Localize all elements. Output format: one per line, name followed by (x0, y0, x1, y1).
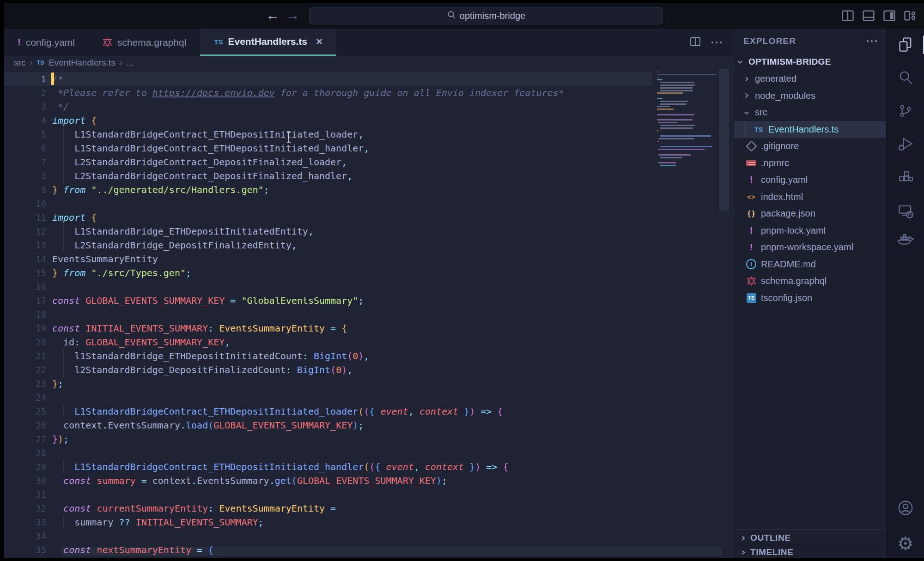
tree-item-schema.graphql[interactable]: schema.graphql (734, 273, 886, 290)
code-line-content[interactable]: ...currentSummaryEntity, (46, 557, 208, 558)
command-center-search[interactable]: optimism-bridge (309, 7, 663, 24)
activity-docker-icon[interactable] (895, 229, 916, 249)
vertical-scrollbar[interactable] (719, 69, 729, 211)
minimap[interactable] (656, 69, 718, 245)
code-line-content[interactable]: }); (46, 432, 69, 446)
code-line-content[interactable]: const INITIAL_EVENTS_SUMMARY: EventsSumm… (46, 321, 347, 335)
tree-item-.npmrc[interactable]: .npmrc (734, 155, 886, 172)
code-line-content[interactable] (46, 308, 52, 321)
code-editor[interactable]: 1/*2 *Please refer to https://docs.envio… (4, 69, 734, 558)
activity-extensions-icon[interactable] (895, 168, 916, 188)
code-line-content[interactable]: L2StandardBridgeContract_DepositFinalize… (46, 169, 353, 183)
customize-layout-icon[interactable] (903, 8, 918, 23)
code-line-content[interactable]: L1StandardBridgeContract_ETHDepositIniti… (46, 127, 364, 141)
navigate-back-icon[interactable]: ← (264, 7, 281, 23)
code-line-content[interactable]: summary ?? INITIAL_EVENTS_SUMMARY; (46, 515, 264, 529)
code-line-content[interactable]: L2StandardBridge_DepositFinalizedEntity, (46, 238, 297, 252)
tree-item-generated[interactable]: generated (734, 71, 886, 88)
tree-item-node_modules[interactable]: node_modules (734, 87, 886, 104)
explorer-more-actions-icon[interactable] (867, 40, 877, 42)
line-number: 17 (4, 294, 46, 308)
horizontal-scrollbar[interactable] (61, 547, 722, 556)
toggle-secondary-sidebar-icon[interactable] (882, 8, 897, 23)
indent-guide (63, 515, 64, 529)
toggle-panel-icon[interactable] (861, 8, 876, 23)
code-line-content[interactable]: L1StandardBridgeContract_ETHDepositIniti… (46, 141, 369, 155)
breadcrumb-more[interactable]: ... (127, 58, 134, 68)
activity-run-debug-icon[interactable] (895, 133, 916, 154)
close-tab-icon[interactable]: × (316, 35, 322, 48)
gitignore-file-icon (746, 141, 757, 152)
indent-guide (63, 349, 64, 363)
code-line-content[interactable]: L2StandardBridgeContract_DepositFinalize… (46, 155, 347, 169)
minimap-line (657, 109, 674, 110)
code-line-content[interactable]: } from "../generated/src/Handlers.gen"; (46, 183, 269, 197)
minimap-line (657, 92, 683, 94)
activity-search-icon[interactable] (895, 67, 916, 88)
code-line-content[interactable]: /* (46, 72, 63, 86)
tree-item-package.json[interactable]: { }package.json (734, 205, 886, 223)
activity-settings-icon[interactable]: ⚙ (895, 533, 916, 554)
code-line-content[interactable]: L1StandardBridge_ETHDepositInitiatedEnti… (46, 224, 314, 238)
code-line-content[interactable] (46, 446, 52, 460)
code-line-content[interactable]: L1StandardBridgeContract_ETHDepositIniti… (46, 404, 503, 418)
split-editor-icon[interactable] (689, 36, 701, 49)
tree-item-README.md[interactable]: iREADME.md (734, 256, 886, 273)
activity-remote-explorer-icon[interactable] (895, 201, 916, 221)
code-line-content[interactable] (46, 488, 52, 501)
code-line-content[interactable]: l2StandardBridge_DepositFinalizedCount: … (46, 363, 353, 377)
breadcrumb-folder[interactable]: src (14, 58, 25, 68)
explorer-sidebar: EXPLORER OPTIMISM-BRIDGEgeneratednode_mo… (734, 29, 886, 558)
code-line-content[interactable] (46, 391, 52, 404)
code-line: 6 L1StandardBridgeContract_ETHDepositIni… (4, 141, 652, 155)
tab-EventHandlers.ts[interactable]: TSEventHandlers.ts× (200, 29, 336, 56)
timeline-section-header[interactable]: TIMELINE (734, 546, 886, 558)
code-line-content[interactable] (46, 197, 52, 211)
code-line-content[interactable] (46, 280, 52, 294)
code-line-content[interactable]: id: GLOBAL_EVENTS_SUMMARY_KEY, (46, 335, 230, 349)
code-line: 24 (4, 391, 652, 404)
yaml-file-icon: ! (750, 225, 753, 236)
line-number: 34 (4, 529, 46, 543)
code-line-content[interactable]: }; (46, 377, 63, 391)
minimap-line (657, 98, 663, 99)
code-line-content[interactable]: EventsSummaryEntity (46, 252, 158, 266)
outline-section-header[interactable]: OUTLINE (734, 529, 886, 546)
code-line: 2 *Please refer to https://docs.envio.de… (4, 86, 652, 100)
code-line-content[interactable]: *Please refer to https://docs.envio.dev … (46, 86, 564, 100)
minimap-line (660, 125, 695, 126)
tree-item-src[interactable]: src (734, 104, 886, 121)
activity-files-icon[interactable] (895, 35, 916, 55)
tree-item-OPTIMISM-BRIDGE[interactable]: OPTIMISM-BRIDGE (734, 54, 886, 71)
tree-item-tsconfig.json[interactable]: TStsconfig.json (734, 290, 886, 307)
tree-item-config.yaml[interactable]: !config.yaml (734, 172, 886, 189)
tree-item-label: EventHandlers.ts (768, 124, 839, 135)
html-file-icon: <> (747, 193, 755, 201)
minimap-line (658, 149, 705, 150)
code-line-content[interactable]: const GLOBAL_EVENTS_SUMMARY_KEY = "Globa… (46, 294, 364, 308)
code-line-content[interactable]: L1StandardBridgeContract_ETHDepositIniti… (46, 460, 508, 474)
activity-account-icon[interactable] (895, 498, 916, 518)
code-line-content[interactable]: } from "./src/Types.gen"; (46, 266, 191, 280)
code-line-content[interactable]: import { (46, 114, 97, 127)
tree-item-pnpm-lock.yaml[interactable]: !pnpm-lock.yaml (734, 222, 886, 239)
tree-item-pnpm-workspace.yaml[interactable]: !pnpm-workspace.yaml (734, 239, 886, 256)
split-editor-icon[interactable] (840, 8, 855, 23)
tree-item-index.html[interactable]: <>index.html (734, 188, 886, 205)
code-line-content[interactable]: */ (46, 100, 69, 114)
tab-config.yaml[interactable]: !config.yaml (4, 29, 89, 56)
tab-schema.graphql[interactable]: schema.graphql (89, 29, 200, 56)
editor-more-actions-icon[interactable] (711, 42, 722, 43)
code-line-content[interactable]: import { (46, 211, 97, 224)
code-line-content[interactable] (46, 529, 52, 543)
tree-item-EventHandlers.ts[interactable]: TSEventHandlers.ts (734, 121, 886, 138)
code-line-content[interactable]: l1StandardBridge_ETHDepositInitiatedCoun… (46, 349, 369, 363)
breadcrumb-file[interactable]: EventHandlers.ts (49, 58, 116, 68)
code-line-content[interactable]: const currentSummaryEntity: EventsSummar… (46, 501, 336, 515)
code-line-content[interactable]: const summary = context.EventsSummary.ge… (46, 474, 447, 488)
code-line-content[interactable]: context.EventsSummary.load(GLOBAL_EVENTS… (46, 418, 364, 432)
tree-item-.gitignore[interactable]: .gitignore (734, 138, 886, 155)
line-number: 12 (4, 224, 46, 238)
navigate-forward-icon[interactable]: → (285, 7, 301, 23)
activity-source-control-icon[interactable] (895, 101, 916, 121)
